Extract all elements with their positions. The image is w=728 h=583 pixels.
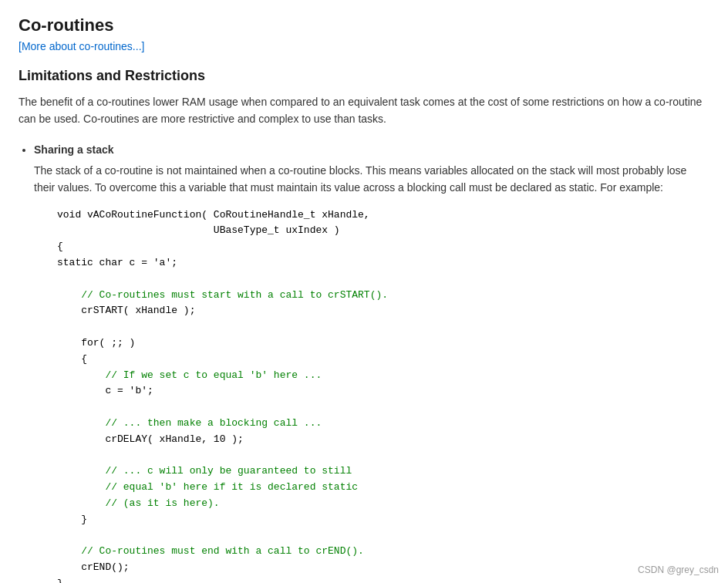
- page-title: Co-routines: [19, 15, 709, 35]
- section-title: Limitations and Restrictions: [19, 68, 709, 84]
- bullet-list: Sharing a stack The stack of a co-routin…: [34, 143, 709, 583]
- watermark: CSDN @grey_csdn: [638, 564, 719, 575]
- bullet-item-sharing-stack: Sharing a stack The stack of a co-routin…: [34, 143, 709, 583]
- intro-text: The benefit of a co-routines lower RAM u…: [19, 93, 709, 128]
- bullet-label: Sharing a stack: [34, 143, 114, 156]
- bullet-description: The stack of a co-routine is not maintai…: [34, 162, 709, 197]
- more-link[interactable]: [More about co-routines...]: [19, 40, 144, 52]
- code-block: void vACoRoutineFunction( CoRoutineHandl…: [57, 207, 709, 583]
